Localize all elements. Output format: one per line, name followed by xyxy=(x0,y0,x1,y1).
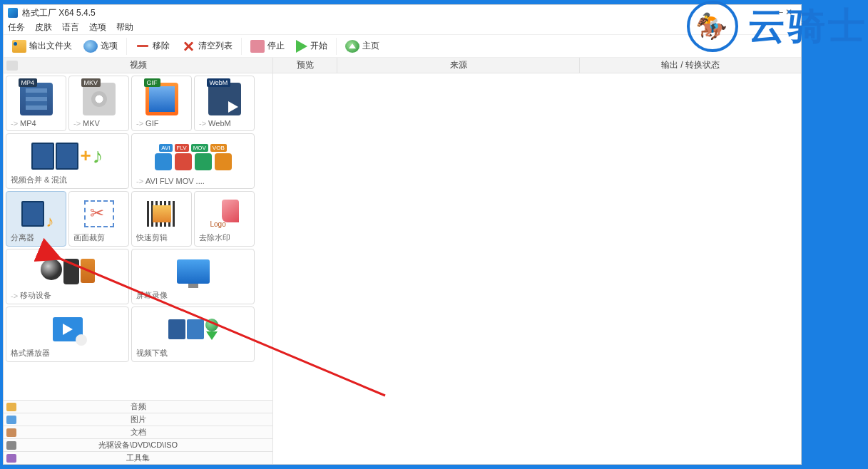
screen-record-icon xyxy=(177,259,210,284)
menu-language[interactable]: 语言 xyxy=(62,21,79,34)
toolbar-separator xyxy=(336,38,337,55)
list-body[interactable] xyxy=(273,73,801,464)
player-icon xyxy=(53,317,83,341)
tile-screen-record[interactable]: 屏幕录像 xyxy=(131,249,255,304)
merge-icon: +♪ xyxy=(25,142,111,170)
window-title: 格式工厂 X64 5.4.5 xyxy=(22,7,96,19)
category-header-label: 视频 xyxy=(130,59,147,71)
toolkit-icon xyxy=(6,454,16,463)
category-document[interactable]: 文档 xyxy=(4,426,272,438)
output-folder-label: 输出文件夹 xyxy=(29,40,72,52)
stop-icon xyxy=(250,40,265,53)
start-button[interactable]: 开始 xyxy=(292,38,332,54)
category-thumb-icon xyxy=(6,61,18,71)
download-icon xyxy=(168,319,218,340)
category-image[interactable]: 图片 xyxy=(4,413,272,426)
stop-button[interactable]: 停止 xyxy=(246,38,289,54)
toolbar-separator xyxy=(126,38,127,55)
body: 视频 MP4 ->MP4 MKV ->MKV GIF ->GIF xyxy=(4,58,801,464)
play-icon xyxy=(296,40,307,53)
col-preview[interactable]: 预览 xyxy=(273,58,337,73)
menu-options[interactable]: 选项 xyxy=(89,21,106,34)
splitter-icon xyxy=(20,200,53,228)
clear-icon xyxy=(181,40,195,53)
tile-merge[interactable]: +♪ 视频合并 & 混流 xyxy=(6,133,129,189)
tile-multi-format[interactable]: AVI FLV MOV VOB ->AVI FLV MOV .... xyxy=(131,133,255,189)
stop-label: 停止 xyxy=(267,40,285,52)
tile-quick-clip[interactable]: 快速剪辑 xyxy=(131,191,192,247)
left-panel: 视频 MP4 ->MP4 MKV ->MKV GIF ->GIF xyxy=(4,58,273,464)
clear-label: 清空列表 xyxy=(198,40,233,52)
audio-icon xyxy=(6,403,16,411)
output-folder-button[interactable]: 输出文件夹 xyxy=(8,38,76,54)
tile-player[interactable]: 格式播放器 xyxy=(6,306,129,362)
category-toolkit[interactable]: 工具集 xyxy=(4,451,272,464)
folder-icon xyxy=(12,40,26,53)
home-button[interactable]: 主页 xyxy=(341,38,384,54)
category-list: 音频 图片 文档 光驱设备\DVD\CD\ISO 工具集 xyxy=(4,400,272,464)
menu-help[interactable]: 帮助 xyxy=(116,21,133,34)
app-icon xyxy=(8,8,18,18)
options-icon xyxy=(83,40,98,53)
tile-splitter[interactable]: 分离器 xyxy=(6,191,66,247)
col-source[interactable]: 来源 xyxy=(337,58,580,73)
tile-video-download[interactable]: 视频下载 xyxy=(131,306,255,362)
home-icon xyxy=(345,40,359,53)
menu-skin[interactable]: 皮肤 xyxy=(35,21,52,34)
right-panel: 预览 来源 输出 / 转换状态 xyxy=(273,58,801,464)
mobile-icon xyxy=(41,259,95,284)
remove-watermark-icon xyxy=(210,200,239,228)
webm-icon: WebM xyxy=(208,83,241,115)
mkv-icon: MKV xyxy=(83,83,116,115)
tile-mp4[interactable]: MP4 ->MP4 xyxy=(6,76,66,131)
list-header: 预览 来源 输出 / 转换状态 xyxy=(273,58,801,73)
category-audio[interactable]: 音频 xyxy=(4,400,272,413)
clear-list-button[interactable]: 清空列表 xyxy=(177,38,237,54)
quick-clip-icon xyxy=(147,201,177,227)
mp4-icon: MP4 xyxy=(20,83,53,115)
multi-format-icon: AVI FLV MOV VOB xyxy=(155,144,232,170)
window-close-hint[interactable]: — ✕ xyxy=(775,7,792,17)
tile-mkv[interactable]: MKV ->MKV xyxy=(68,76,129,131)
tile-mobile[interactable]: ->移动设备 xyxy=(6,249,129,304)
start-label: 开始 xyxy=(310,40,327,52)
tile-remove-watermark[interactable]: 去除水印 xyxy=(194,191,255,247)
app-window: 格式工厂 X64 5.4.5 — ✕ 任务 皮肤 语言 选项 帮助 输出文件夹 … xyxy=(3,4,802,465)
toolbar-separator xyxy=(241,38,242,55)
image-icon xyxy=(6,416,16,424)
tool-grid: MP4 ->MP4 MKV ->MKV GIF ->GIF WebM ->Web… xyxy=(4,73,272,400)
options-label: 选项 xyxy=(101,40,118,52)
tile-crop[interactable]: 画面裁剪 xyxy=(68,191,129,247)
document-icon xyxy=(6,428,16,437)
remove-label: 移除 xyxy=(153,40,170,52)
col-status[interactable]: 输出 / 转换状态 xyxy=(580,58,801,73)
remove-button[interactable]: 移除 xyxy=(131,38,174,54)
category-disc[interactable]: 光驱设备\DVD\CD\ISO xyxy=(4,438,272,451)
category-header-video[interactable]: 视频 xyxy=(4,58,272,73)
menubar: 任务 皮肤 语言 选项 帮助 xyxy=(4,21,801,35)
options-button[interactable]: 选项 xyxy=(79,38,122,54)
toolbar: 输出文件夹 选项 移除 清空列表 停止 开始 主页 xyxy=(4,35,801,58)
home-label: 主页 xyxy=(362,40,379,52)
gif-icon: GIF xyxy=(145,83,178,115)
disc-icon xyxy=(6,441,16,450)
tile-gif[interactable]: GIF ->GIF xyxy=(131,76,192,131)
remove-icon xyxy=(136,40,150,53)
titlebar: 格式工厂 X64 5.4.5 xyxy=(4,5,801,21)
tile-webm[interactable]: WebM ->WebM xyxy=(194,76,255,131)
crop-icon xyxy=(84,200,114,227)
menu-task[interactable]: 任务 xyxy=(8,21,25,34)
